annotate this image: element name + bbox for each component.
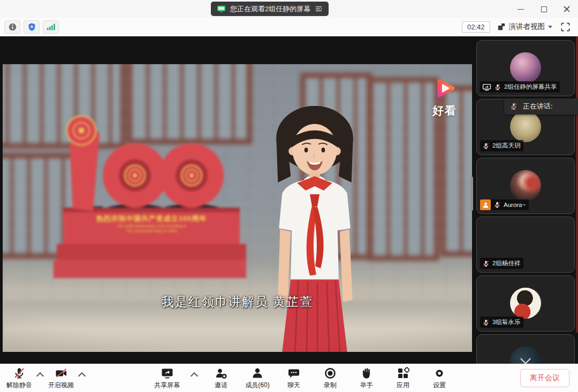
speaking-tooltip: 正在讲话: [504,98,578,114]
participant-name-badge: 3组翁永乐 [480,317,523,328]
avatar [510,287,541,318]
security-shield-button[interactable] [24,20,40,34]
view-selector[interactable]: 演讲者视图 [497,22,553,32]
fullscreen-icon [560,22,571,32]
window-controls [517,0,571,18]
record-label: 录制 [324,381,337,390]
invite-label: 邀请 [215,381,227,390]
unmute-button[interactable]: 解除静音 [6,367,32,390]
fullscreen-button[interactable] [559,21,572,33]
view-selector-label: 演讲者视图 [509,22,545,32]
apps-icon [397,367,409,380]
monument-slogan: 热烈庆祝中国共产党成立100周年 [63,214,240,224]
participant-tile[interactable]: 2组任静的屏幕共享 [476,40,575,96]
meeting-info-button[interactable] [4,20,20,34]
info-icon [8,22,17,32]
network-quality-button[interactable] [43,20,59,34]
chat-icon [287,367,300,380]
participant-tile[interactable] [476,334,575,364]
screen-share-indicator-icon [217,5,226,13]
leave-meeting-button[interactable]: 离开会议 [520,369,569,387]
participant-name-badge: 2组杨佳祥 [480,258,523,269]
record-icon [324,367,337,380]
raise-hand-icon [360,367,373,380]
meeting-toolbar: 02:42 演讲者视图 [0,18,578,36]
mic-muted-icon [493,201,501,209]
share-options-chevron[interactable] [191,372,198,380]
share-screen-icon [161,367,174,380]
monument-banner: 热烈庆祝中国共产党成立100周年 The 100th Anniversary o… [63,214,240,233]
meeting-timer: 02:42 [462,21,490,33]
chat-button[interactable]: 聊天 [282,367,306,390]
raise-hand-button[interactable]: 举手 [354,367,379,390]
chat-label: 聊天 [287,381,300,390]
participant-tile[interactable]: 3组翁永乐 [476,275,575,332]
screen-share-icon [482,83,491,91]
record-button[interactable]: 录制 [318,367,343,390]
apps-label: 应用 [397,381,409,390]
invite-button[interactable]: 邀请 [209,367,233,390]
shared-screen-stage: 热烈庆祝中国共产党成立100周年 The 100th Anniversary o… [0,36,474,364]
close-icon[interactable] [563,5,571,13]
settings-button[interactable]: 设置 [427,367,452,390]
mic-muted-icon [509,102,518,111]
maximize-icon[interactable] [540,5,547,13]
participant-name: 2组高天玥 [492,142,520,150]
members-icon [251,367,264,380]
young-pioneer-girl [232,96,398,352]
bottom-toolbar: 解除静音 开启视频 共享屏幕 [0,364,578,392]
participant-name: 2组任静的屏幕共享 [504,83,557,91]
watching-banner-text: 您正在观看2组任静的屏幕 [230,4,310,14]
haokan-logo: 好看 [424,76,466,118]
shield-icon [27,22,36,32]
participant-name-badge: 2组高天玥 [480,140,523,151]
avatar [510,52,541,83]
stage-scrollbar[interactable] [470,176,473,211]
participant-name-badge: 2组任静的屏幕共享 [480,81,560,93]
settings-icon [433,367,446,380]
participant-name: 2组杨佳祥 [492,259,520,267]
member-icon [480,199,491,210]
participants-sidebar: 2组任静的屏幕共享 2组高天玥 Aurora~ [474,36,578,364]
participant-name: Aurora~ [504,202,526,208]
video-subtitle: 我是红领巾讲解员 黄芷萱 [3,294,472,310]
participant-tile[interactable]: Aurora~ [476,158,575,214]
shared-video[interactable]: 热烈庆祝中国共产党成立100周年 The 100th Anniversary o… [3,64,472,352]
speaking-tooltip-label: 正在讲话: [523,102,553,111]
haokan-watermark-text: 好看 [424,103,466,118]
apps-button[interactable]: 应用 [391,367,415,390]
settings-label: 设置 [433,381,446,390]
share-screen-button[interactable]: 共享屏幕 [154,367,180,390]
layout-icon [497,22,506,31]
invite-icon [215,367,227,380]
start-video-label: 开启视频 [48,381,74,390]
share-screen-label: 共享屏幕 [154,381,180,390]
watching-banner: 您正在观看2组任静的屏幕 [211,2,329,16]
members-label: 成员(60) [245,381,269,390]
raise-hand-label: 举手 [360,381,373,390]
mic-muted-icon [482,260,490,267]
start-video-button[interactable]: 开启视频 [48,367,74,390]
camera-off-icon [55,367,68,380]
members-button[interactable]: 成员(60) [245,367,270,390]
mic-options-chevron[interactable] [36,372,44,380]
participant-list: 2组任静的屏幕共享 2组高天玥 Aurora~ [474,40,578,364]
banner-menu-icon[interactable] [315,5,323,12]
video-options-chevron[interactable] [78,372,86,380]
participant-name: 3组翁永乐 [492,318,520,326]
anniversary-monument: 热烈庆祝中国共产党成立100周年 The 100th Anniversary o… [54,102,246,278]
mic-muted-icon [482,319,490,326]
chevron-down-icon [548,26,552,28]
avatar [510,228,541,259]
participant-name-badge: Aurora~ [480,199,529,210]
participant-tile[interactable]: 2组杨佳祥 [476,217,575,273]
avatar [510,111,541,142]
meeting-window: 您正在观看2组任静的屏幕 02:42 [0,0,578,392]
mic-muted-icon [494,83,501,91]
red-border-strip [576,36,578,333]
mic-muted-icon [13,367,26,380]
minimize-icon[interactable] [517,5,524,13]
avatar [510,170,541,201]
main-area: 热烈庆祝中国共产党成立100周年 The 100th Anniversary o… [0,36,578,364]
network-signal-icon [47,22,56,31]
